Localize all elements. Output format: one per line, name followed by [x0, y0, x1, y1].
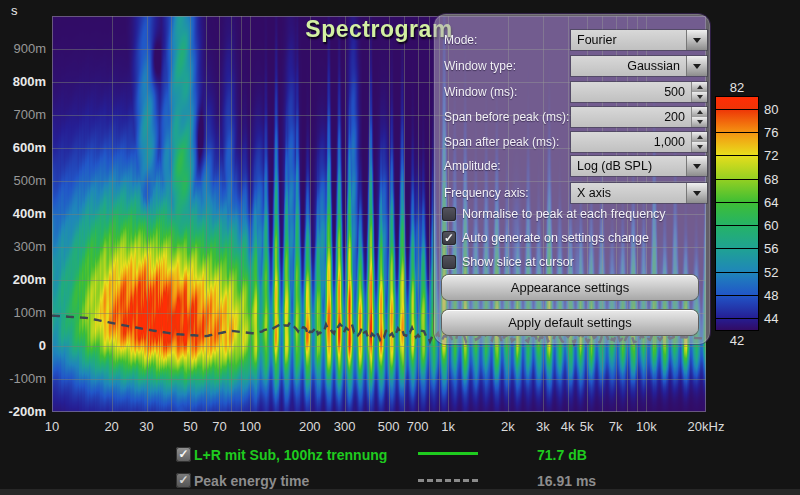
control-value[interactable]: Log (dB SPL)	[571, 156, 686, 176]
y-tick-label: -200m	[0, 405, 46, 419]
x-tick-label: 200	[299, 419, 321, 434]
panel-row: Frequency axis:X axis	[434, 183, 710, 203]
x-tick-label: 20	[104, 419, 118, 434]
legend-value-ms: 16.91 ms	[537, 473, 596, 489]
bottom-strip	[0, 489, 800, 495]
panel-row: Window (ms):500	[434, 82, 710, 102]
panel-row-label: Span before peak (ms):	[444, 110, 569, 124]
x-tick-label: 1k	[441, 419, 455, 434]
x-tick-label: 70	[212, 419, 226, 434]
colorbar-tick-label: 64	[764, 195, 778, 210]
panel-row-label: Window (ms):	[444, 85, 517, 99]
checkbox-label[interactable]: Normalise to peak at each frequency	[462, 207, 666, 221]
checkbox[interactable]: ✓	[442, 231, 456, 245]
colorbar-tick-label: 80	[764, 102, 778, 117]
checkbox[interactable]	[442, 255, 456, 269]
x-tick-label: 10k	[636, 419, 657, 434]
panel-row: Window type:Gaussian	[434, 56, 710, 76]
y-tick-label: 700m	[0, 108, 46, 122]
x-tick-label: 700	[407, 419, 429, 434]
x-tick-label: 20kHz	[688, 419, 725, 434]
panel-checkbox-row: Show slice at cursor	[434, 255, 710, 271]
colorbar-segment	[716, 202, 758, 225]
spinner-span-after-peak-ms-[interactable]: 1,000	[571, 132, 707, 152]
checkbox[interactable]	[442, 207, 456, 221]
legend-value-db: 71.7 dB	[537, 447, 587, 463]
panel-row: Mode:Fourier	[434, 30, 710, 50]
panel-checkbox-row: Normalise to peak at each frequency	[434, 207, 710, 223]
colorbar-segment	[716, 295, 758, 318]
colorbar-segment	[716, 318, 758, 330]
legend-label-peak-energy[interactable]: Peak energy time	[194, 473, 309, 489]
control-value[interactable]: Gaussian	[571, 56, 686, 76]
colorbar-segment	[716, 225, 758, 248]
colorbar	[716, 97, 758, 330]
spinner-up-icon[interactable]	[692, 82, 707, 92]
y-tick-label: 500m	[0, 174, 46, 188]
x-tick-label: 300	[334, 419, 356, 434]
y-tick-label: 800m	[0, 75, 46, 89]
colorbar-segment	[716, 132, 758, 155]
spinner-up-icon[interactable]	[692, 132, 707, 142]
dropdown-amplitude-[interactable]: Log (dB SPL)	[571, 156, 707, 176]
colorbar-tick-label: 60	[764, 218, 778, 233]
colorbar-tick-label: 44	[764, 311, 778, 326]
chevron-down-icon[interactable]	[686, 183, 707, 203]
colorbar-segment	[716, 155, 758, 178]
legend-checkbox-measurement[interactable]: ✓	[176, 447, 191, 462]
x-tick-label: 7k	[609, 419, 623, 434]
colorbar-max-label: 82	[716, 80, 758, 95]
apply-default-settings-button[interactable]: Apply default settings	[442, 310, 698, 335]
panel-row-label: Window type:	[444, 59, 516, 73]
panel-row: Span before peak (ms):200	[434, 107, 710, 127]
colorbar-tick-label: 52	[764, 265, 778, 280]
y-tick-label: -100m	[0, 372, 46, 386]
panel-checkbox-row: ✓Auto generate on settings change	[434, 231, 710, 247]
dropdown-mode-[interactable]: Fourier	[571, 30, 707, 50]
x-tick-label: 2k	[501, 419, 515, 434]
control-value[interactable]: 200	[571, 107, 691, 127]
x-tick-label: 50	[183, 419, 197, 434]
panel-row-label: Frequency axis:	[444, 186, 529, 200]
panel-row-label: Span after peak (ms):	[444, 135, 559, 149]
colorbar-segment	[716, 248, 758, 271]
spinner-up-icon[interactable]	[692, 107, 707, 117]
y-tick-label: 100m	[0, 306, 46, 320]
dropdown-frequency-axis-[interactable]: X axis	[571, 183, 707, 203]
spinner-down-icon[interactable]	[692, 92, 707, 102]
appearance-settings-button[interactable]: Appearance settings	[442, 275, 698, 300]
colorbar-tick-label: 76	[764, 125, 778, 140]
panel-row: Amplitude:Log (dB SPL)	[434, 156, 710, 176]
control-value[interactable]: 500	[571, 82, 691, 102]
spinner-span-before-peak-ms-[interactable]: 200	[571, 107, 707, 127]
chevron-down-icon[interactable]	[686, 156, 707, 176]
y-tick-label: 200m	[0, 273, 46, 287]
legend-line-sample-solid	[418, 452, 478, 455]
legend-line-sample-dashed	[418, 479, 478, 482]
legend-label-measurement[interactable]: L+R mit Sub, 100hz trennung	[194, 447, 387, 463]
y-axis-unit: s	[11, 3, 18, 18]
control-value[interactable]: 1,000	[571, 132, 691, 152]
spinner-down-icon[interactable]	[692, 117, 707, 127]
legend-checkbox-peak-energy[interactable]: ✓	[176, 473, 191, 488]
x-tick-label: 10	[45, 419, 59, 434]
panel-row-label: Mode:	[444, 33, 477, 47]
chevron-down-icon[interactable]	[686, 30, 707, 50]
x-tick-label: 500	[378, 419, 400, 434]
checkbox-label[interactable]: Auto generate on settings change	[462, 231, 649, 245]
y-tick-label: 0	[0, 339, 46, 353]
x-tick-label: 30	[139, 419, 153, 434]
panel-row: Span after peak (ms):1,000	[434, 132, 710, 152]
spinner-window-ms-[interactable]: 500	[571, 82, 707, 102]
dropdown-window-type-[interactable]: Gaussian	[571, 56, 707, 76]
chevron-down-icon[interactable]	[686, 56, 707, 76]
control-value[interactable]: Fourier	[571, 30, 686, 50]
spectrogram-window: Spectrogram s 900m800m700m600m500m400m30…	[0, 0, 800, 495]
panel-row-label: Amplitude:	[444, 159, 501, 173]
spinner-down-icon[interactable]	[692, 142, 707, 152]
colorbar-segment	[716, 179, 758, 202]
checkbox-label[interactable]: Show slice at cursor	[462, 255, 574, 269]
colorbar-tick-label: 68	[764, 172, 778, 187]
y-tick-label: 300m	[0, 240, 46, 254]
control-value[interactable]: X axis	[571, 183, 686, 203]
